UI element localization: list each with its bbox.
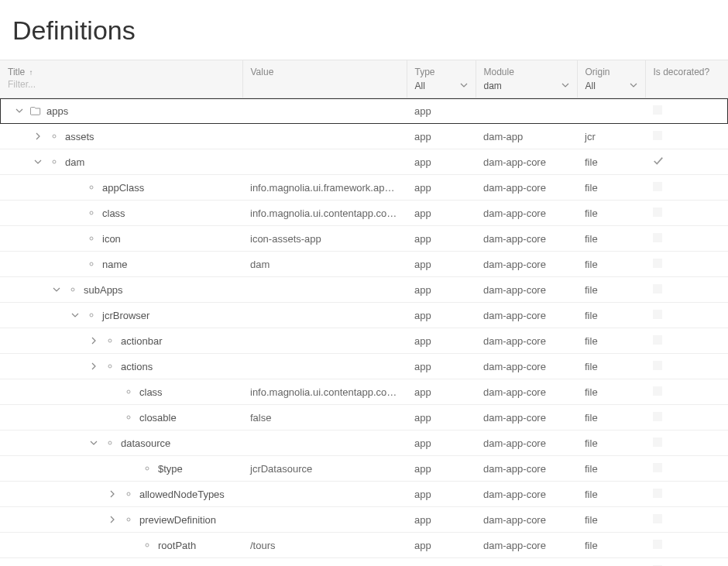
table-row[interactable]: actionbarappdam-app-corefile bbox=[0, 328, 728, 354]
table-row[interactable]: allowedNodeTypesappdam-app-corefile bbox=[0, 482, 728, 507]
property-icon bbox=[141, 539, 153, 551]
row-module: dam-app-core bbox=[476, 405, 577, 431]
svg-point-10 bbox=[127, 390, 130, 393]
column-header-title[interactable]: Title ↑ bbox=[0, 60, 242, 98]
column-header-module[interactable]: Module dam bbox=[476, 60, 577, 98]
row-decorated bbox=[645, 303, 728, 328]
table-row[interactable]: workspacedamappdam-app-corefile bbox=[0, 558, 728, 567]
row-origin: file bbox=[577, 303, 645, 328]
row-value: dam bbox=[242, 558, 407, 567]
table-row[interactable]: assetsappdam-appjcr bbox=[0, 124, 728, 149]
row-title: rootPath bbox=[158, 540, 196, 551]
table-row[interactable]: namedamappdam-app-corefile bbox=[0, 252, 728, 277]
table-row[interactable]: datasourceappdam-app-corefile bbox=[0, 431, 728, 456]
decorated-placeholder bbox=[653, 259, 662, 268]
table-row[interactable]: previewDefinitionappdam-app-corefile bbox=[0, 507, 728, 533]
row-title: jcrBrowser bbox=[102, 310, 149, 321]
property-icon bbox=[122, 488, 135, 500]
expand-toggle[interactable] bbox=[88, 335, 99, 347]
svg-point-6 bbox=[71, 288, 74, 291]
row-title: allowedNodeTypes bbox=[139, 489, 225, 500]
table-row[interactable]: iconicon-assets-appappdam-app-corefile bbox=[0, 226, 728, 252]
table-row[interactable]: $typejcrDatasourceappdam-app-corefile bbox=[0, 456, 728, 482]
row-type: app bbox=[407, 226, 476, 252]
table-row[interactable]: appClassinfo.magnolia.ui.framework.app.B… bbox=[0, 175, 728, 201]
collapse-toggle[interactable] bbox=[88, 437, 99, 449]
row-decorated bbox=[645, 252, 728, 277]
module-select[interactable]: dam bbox=[484, 81, 569, 91]
row-module: dam-app-core bbox=[476, 431, 577, 456]
row-value: /tours bbox=[242, 533, 407, 558]
row-type: app bbox=[407, 533, 476, 558]
table-row[interactable]: classinfo.magnolia.ui.contentapp.configu… bbox=[0, 201, 728, 226]
column-header-value[interactable]: Value bbox=[242, 60, 407, 98]
type-select-value: All bbox=[415, 81, 425, 91]
row-type: app bbox=[407, 98, 476, 124]
svg-point-12 bbox=[108, 441, 112, 444]
row-value: info.magnolia.ui.contentapp.configura bbox=[242, 379, 407, 405]
decorated-placeholder bbox=[653, 540, 662, 549]
property-icon bbox=[85, 181, 98, 194]
property-icon bbox=[104, 360, 116, 372]
row-module: dam-app-core bbox=[476, 277, 577, 303]
column-header-type[interactable]: Type All bbox=[407, 60, 476, 98]
table-row[interactable]: actionsappdam-app-corefile bbox=[0, 354, 728, 379]
row-value bbox=[242, 328, 407, 354]
row-module: dam-app-core bbox=[476, 558, 577, 567]
decorated-placeholder bbox=[653, 105, 662, 115]
property-icon bbox=[122, 386, 135, 398]
table-row[interactable]: classinfo.magnolia.ui.contentapp.configu… bbox=[0, 379, 728, 405]
column-header-origin[interactable]: Origin All bbox=[577, 60, 645, 98]
row-value: false bbox=[242, 405, 407, 431]
decorated-placeholder bbox=[653, 208, 662, 217]
collapse-toggle[interactable] bbox=[33, 156, 43, 168]
type-select[interactable]: All bbox=[415, 81, 468, 91]
svg-point-11 bbox=[127, 416, 130, 419]
expand-toggle[interactable] bbox=[33, 131, 43, 142]
table-row[interactable]: rootPath/toursappdam-app-corefile bbox=[0, 533, 728, 558]
row-type: app bbox=[407, 277, 476, 303]
row-value bbox=[242, 149, 407, 175]
collapse-toggle[interactable] bbox=[14, 105, 25, 117]
decorated-placeholder bbox=[653, 284, 662, 293]
row-module: dam-app-core bbox=[476, 379, 577, 405]
svg-point-14 bbox=[127, 492, 130, 496]
expand-toggle[interactable] bbox=[107, 514, 118, 526]
row-module: dam-app-core bbox=[476, 533, 577, 558]
row-decorated bbox=[645, 124, 728, 149]
collapse-toggle[interactable] bbox=[70, 310, 81, 321]
property-icon bbox=[67, 283, 79, 296]
table-row[interactable]: appsapp bbox=[0, 98, 728, 124]
row-type: app bbox=[407, 507, 476, 533]
column-header-decorated[interactable]: Is decorated? bbox=[645, 60, 728, 98]
expand-toggle[interactable] bbox=[88, 361, 99, 372]
column-title-label: Title bbox=[8, 67, 25, 77]
table-row[interactable]: subAppsappdam-app-corefile bbox=[0, 277, 728, 303]
table-row[interactable]: jcrBrowserappdam-app-corefile bbox=[0, 303, 728, 328]
row-decorated bbox=[645, 456, 728, 482]
column-value-label: Value bbox=[251, 67, 274, 77]
row-decorated bbox=[645, 354, 728, 379]
column-origin-label: Origin bbox=[585, 67, 610, 77]
table-row[interactable]: closablefalseappdam-app-corefile bbox=[0, 405, 728, 431]
row-value bbox=[242, 507, 407, 533]
title-filter-input[interactable] bbox=[8, 77, 235, 90]
row-title: appClass bbox=[102, 182, 144, 194]
expand-toggle[interactable] bbox=[107, 489, 118, 500]
collapse-toggle[interactable] bbox=[51, 284, 62, 296]
row-origin: file bbox=[577, 149, 645, 175]
origin-select[interactable]: All bbox=[585, 81, 637, 91]
row-module: dam-app-core bbox=[476, 328, 577, 354]
row-decorated bbox=[645, 431, 728, 456]
decorated-placeholder bbox=[653, 489, 662, 498]
svg-point-13 bbox=[146, 467, 149, 470]
property-icon bbox=[48, 130, 60, 142]
table-row[interactable]: damappdam-app-corefile bbox=[0, 149, 728, 175]
row-module: dam-app-core bbox=[476, 507, 577, 533]
decorated-placeholder bbox=[653, 182, 662, 191]
row-decorated bbox=[645, 328, 728, 354]
decorated-placeholder bbox=[653, 335, 662, 345]
row-type: app bbox=[407, 354, 476, 379]
row-value: info.magnolia.ui.contentapp.configura bbox=[242, 201, 407, 226]
row-decorated bbox=[645, 98, 728, 124]
